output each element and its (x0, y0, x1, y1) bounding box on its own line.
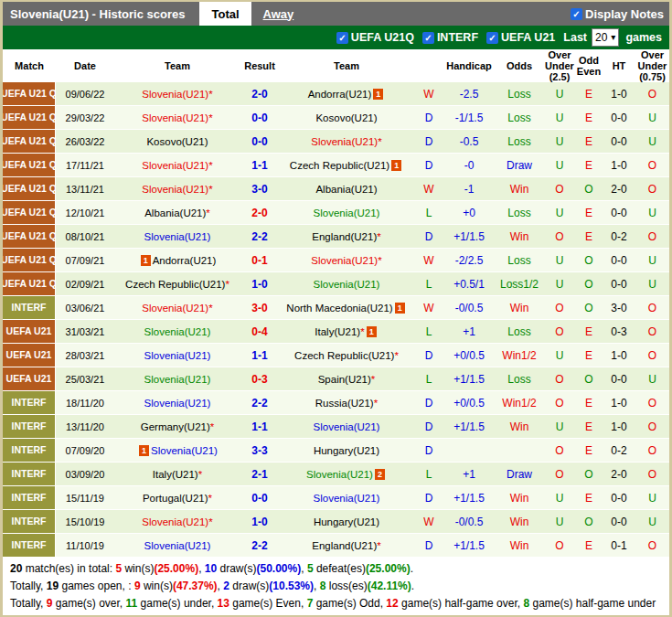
handicap-cell: +1 (443, 320, 495, 344)
league-cell: UEFA U21 (3, 367, 56, 391)
star-marker: * (208, 303, 212, 314)
half-time-score-cell: 0-3 (603, 320, 635, 344)
odds-result-cell: Loss (495, 106, 544, 130)
home-team-cell: Albania(U21)* (114, 201, 240, 225)
red-card-icon: 2 (375, 469, 385, 480)
result-score-cell: 1-1 (240, 415, 279, 439)
games-count-select[interactable]: 20 ▾ (592, 28, 619, 47)
over-under-075-cell: O (635, 296, 669, 320)
tab-away[interactable]: Away (251, 2, 306, 26)
league-cell: UEFA U21 Q (3, 272, 56, 296)
date-cell: 08/10/21 (56, 225, 114, 249)
last-label: Last (563, 31, 587, 44)
win-draw-loss-cell: L (414, 272, 443, 296)
filter-uefa-u21[interactable]: ✓ UEFA U21 (486, 31, 555, 44)
summary-line: Totally, 9 game(s) over, 11 game(s) unde… (10, 595, 662, 612)
star-marker: * (210, 421, 214, 432)
away-team-cell: Slovenia(U21) (279, 201, 414, 225)
tab-total[interactable]: Total (199, 2, 251, 26)
away-team-cell: Italy(U21)*1 (279, 320, 414, 344)
handicap-cell: +0 (443, 201, 495, 225)
over-under-25-cell: U (544, 249, 575, 272)
home-team-cell: Slovenia(U21) (114, 534, 240, 558)
display-notes-label: Display Notes (585, 7, 664, 21)
team-name: Slovenia(U21) (314, 421, 380, 432)
home-team-cell: Slovenia(U21)* (114, 106, 240, 130)
away-team-cell: Hungary(U21) (279, 439, 414, 463)
checkbox-checked-icon[interactable]: ✓ (336, 32, 348, 44)
table-row: INTERF03/06/21Slovenia(U21)*3-0North Mac… (3, 296, 669, 320)
home-team-cell: Slovenia(U21) (114, 391, 240, 415)
away-team-cell: Slovenia(U21)* (279, 130, 414, 154)
odds-result-cell: Loss (495, 249, 544, 272)
win-draw-loss-cell: W (414, 249, 443, 272)
handicap-cell: +1/1.5 (443, 415, 495, 439)
home-team-cell: Slovenia(U21) (114, 225, 240, 249)
date-cell: 13/11/20 (56, 415, 114, 439)
star-marker: * (208, 493, 212, 504)
display-notes-toggle[interactable]: ✓ Display Notes (571, 2, 669, 26)
over-under-25-cell: O (544, 534, 575, 558)
filter-interf[interactable]: ✓ INTERF (422, 31, 478, 44)
chevron-down-icon: ▾ (611, 33, 615, 42)
table-header-row: MatchDateTeamResultTeamHandicapOddsOver … (3, 49, 669, 82)
win-draw-loss-cell: W (414, 510, 443, 534)
summary-text: (42.11%) (368, 580, 411, 592)
over-under-075-cell: O (635, 415, 669, 439)
half-time-score-cell: 1-0 (603, 415, 635, 439)
result-score-cell: 0-3 (240, 367, 279, 391)
star-marker: * (377, 231, 380, 242)
over-under-075-cell: U (635, 106, 669, 130)
over-under-075-cell: O (635, 534, 669, 558)
odd-even-cell: E (575, 320, 603, 344)
odd-even-cell: E (575, 439, 603, 463)
team-name: Slovenia(U21) (314, 207, 380, 218)
checkbox-checked-icon[interactable]: ✓ (422, 32, 434, 44)
over-under-075-cell: U (635, 201, 669, 225)
odd-even-cell: E (575, 344, 603, 367)
win-draw-loss-cell: W (414, 82, 443, 106)
half-time-score-cell: 0-0 (603, 486, 635, 510)
home-team-cell: Slovenia(U21)* (114, 510, 240, 534)
over-under-075-cell: U (635, 486, 669, 510)
over-under-075-cell: U (635, 272, 669, 296)
league-cell: UEFA U21 Q (3, 201, 56, 225)
odds-result-cell: Win (495, 534, 544, 558)
historic-scores-panel: Slovenia(U21) - Historic scores Total Aw… (0, 0, 672, 617)
team-name: Slovenia(U21) (306, 469, 373, 480)
odds-result-cell: Loss (495, 320, 544, 344)
over-under-25-cell: U (544, 201, 575, 225)
result-score-cell: 0-4 (240, 320, 279, 344)
over-under-075-cell: U (635, 367, 669, 391)
home-team-cell: Czech Republic(U21)* (114, 272, 240, 296)
league-cell: UEFA U21 Q (3, 154, 56, 177)
odd-even-cell: E (575, 82, 603, 106)
date-cell: 02/09/21 (56, 272, 114, 296)
checkbox-checked-icon[interactable]: ✓ (571, 8, 582, 20)
team-name: Spain(U21) (318, 374, 371, 385)
home-team-cell: Slovenia(U21)* (114, 82, 240, 106)
home-team-cell: Portugal(U21)* (114, 486, 240, 510)
handicap-cell: +0.5/1 (443, 272, 495, 296)
summary-text: , (314, 580, 320, 592)
column-header: Team (279, 49, 414, 82)
odd-even-cell: E (575, 534, 603, 558)
team-name: Andorra(U21) (308, 89, 372, 100)
team-name: Albania(U21) (144, 207, 206, 218)
filter-uefa-u21q[interactable]: ✓ UEFA U21Q (336, 31, 414, 44)
home-team-cell: Slovenia(U21) (114, 367, 240, 391)
result-score-cell: 0-0 (240, 106, 279, 130)
result-score-cell: 0-0 (240, 486, 279, 510)
handicap-cell: -0.5 (443, 130, 495, 154)
odds-result-cell (495, 439, 544, 463)
odd-even-cell: E (575, 154, 603, 177)
over-under-25-cell: O (544, 225, 575, 249)
odd-even-cell: E (575, 201, 603, 225)
half-time-score-cell: 0-1 (603, 534, 635, 558)
games-label: games (625, 31, 662, 44)
odds-result-cell: Win (495, 415, 544, 439)
summary-text: 10 (205, 562, 217, 575)
win-draw-loss-cell: D (414, 439, 443, 463)
checkbox-checked-icon[interactable]: ✓ (486, 32, 498, 44)
away-team-cell: Russia(U21)* (279, 391, 414, 415)
